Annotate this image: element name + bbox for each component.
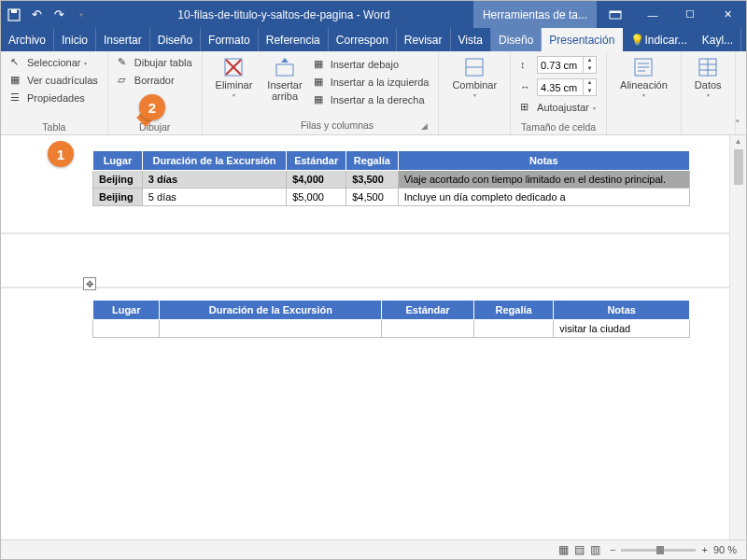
- cell[interactable]: 3 días: [142, 171, 286, 189]
- tab-formato[interactable]: Formato: [201, 28, 259, 51]
- print-layout-icon[interactable]: ▤: [574, 543, 585, 556]
- cell[interactable]: Incluye un día completo dedicado a: [398, 189, 689, 206]
- ribbon-options-icon[interactable]: [597, 1, 634, 28]
- tab-presentacion[interactable]: Presentación: [542, 28, 623, 51]
- close-icon[interactable]: ✕: [709, 1, 746, 28]
- cell[interactable]: [382, 320, 474, 338]
- cell[interactable]: $5,000: [287, 189, 346, 206]
- tell-me[interactable]: 💡 Indicar...: [623, 28, 694, 51]
- group-filas-label: Filas y columnas: [244, 119, 430, 133]
- scroll-thumb[interactable]: [734, 149, 743, 185]
- insertar-izquierda-button[interactable]: ▦Insertar a la izquierda: [312, 75, 431, 90]
- document-title: 10-filas-de-titulo-y-saltos-de-pagina - …: [94, 8, 473, 21]
- save-icon[interactable]: [7, 7, 21, 22]
- cell[interactable]: Beijing: [93, 189, 143, 206]
- zoom-slider[interactable]: [621, 549, 696, 552]
- down-icon[interactable]: ▼: [584, 65, 596, 74]
- combinar-button[interactable]: Combinar▾: [446, 55, 502, 101]
- cell[interactable]: 5 días: [142, 189, 286, 206]
- col-notas[interactable]: Notas: [554, 301, 690, 320]
- insertar-debajo-button[interactable]: ▦Insertar debajo: [312, 57, 431, 72]
- autoajustar-label: Autoajustar: [537, 102, 589, 113]
- tab-diseno-tabla[interactable]: Diseño: [491, 28, 542, 51]
- tab-referencia[interactable]: Referencia: [259, 28, 329, 51]
- alineacion-button[interactable]: Alineación▾: [614, 55, 673, 101]
- pencil-icon: ✎: [118, 56, 131, 69]
- col-notas[interactable]: Notas: [398, 151, 689, 171]
- table-row[interactable]: Beijing 3 días $4,000 $3,500 Viaje acort…: [93, 171, 690, 189]
- cell[interactable]: $3,500: [346, 171, 398, 189]
- up-icon[interactable]: ▲: [584, 57, 596, 65]
- redo-icon[interactable]: ↷: [51, 7, 66, 22]
- ancho-columna-input[interactable]: [538, 82, 583, 93]
- tab-vista[interactable]: Vista: [451, 28, 491, 51]
- table-move-handle-icon[interactable]: ✥: [83, 277, 96, 290]
- col-lugar[interactable]: Lugar: [93, 301, 160, 320]
- tab-archivo[interactable]: Archivo: [1, 28, 54, 51]
- propiedades-label: Propiedades: [27, 92, 85, 104]
- tab-diseno[interactable]: Diseño: [150, 28, 201, 51]
- undo-icon[interactable]: ↶: [29, 7, 44, 22]
- propiedades-button[interactable]: ☰Propiedades: [8, 91, 100, 105]
- insertar-derecha-label: Insertar a la derecha: [331, 94, 425, 105]
- table-row[interactable]: visitar la ciudad: [93, 320, 690, 338]
- dibujar-tabla-button[interactable]: ✎Dibujar tabla: [116, 55, 194, 70]
- callout-2: 2: [139, 94, 165, 120]
- cell[interactable]: [473, 320, 554, 338]
- cell[interactable]: Viaje acortado con tiempo limitado en el…: [398, 171, 689, 189]
- ver-cuadriculas-button[interactable]: ▦Ver cuadrículas: [8, 73, 100, 88]
- datos-button[interactable]: Datos▾: [689, 55, 727, 101]
- minimize-icon[interactable]: —: [634, 1, 671, 28]
- autoajustar-button[interactable]: ⊞Autoajustar ▾: [518, 100, 599, 115]
- insertar-arriba-button[interactable]: Insertar arriba: [261, 55, 307, 104]
- data-table-page2[interactable]: Lugar Duración de la Excursión Estándar …: [92, 300, 690, 338]
- user-account[interactable]: Kayl...: [695, 28, 741, 51]
- col-estandar[interactable]: Estándar: [382, 301, 474, 320]
- tab-insertar[interactable]: Insertar: [96, 28, 150, 51]
- alto-fila-input[interactable]: [538, 60, 583, 71]
- zoom-in-icon[interactable]: +: [701, 544, 707, 555]
- page[interactable]: ✥ Lugar Duración de la Excursión Estánda…: [1, 135, 729, 539]
- ancho-columna[interactable]: ↔▲▼: [518, 77, 599, 97]
- col-lugar[interactable]: Lugar: [93, 151, 143, 171]
- group-filas-columnas: Eliminar▾ Insertar arriba ▦Insertar deba…: [203, 51, 440, 134]
- cell[interactable]: visitar la ciudad: [554, 320, 690, 338]
- col-regalia[interactable]: Regalía: [473, 301, 554, 320]
- up-icon[interactable]: ▲: [584, 79, 596, 88]
- vertical-scrollbar[interactable]: ▲: [729, 135, 746, 539]
- zoom-value[interactable]: 90 %: [713, 544, 737, 555]
- cell[interactable]: $4,500: [346, 189, 398, 206]
- alto-fila[interactable]: ↕▲▼: [518, 55, 599, 75]
- dialog-launcher-icon[interactable]: ◢: [421, 121, 428, 131]
- col-estandar[interactable]: Estándar: [287, 151, 346, 171]
- insertar-derecha-button[interactable]: ▦Insertar a la derecha: [312, 92, 431, 107]
- col-duracion[interactable]: Duración de la Excursión: [142, 151, 286, 171]
- cell[interactable]: [160, 320, 382, 338]
- seleccionar-button[interactable]: ↖Seleccionar ▾: [8, 55, 100, 70]
- maximize-icon[interactable]: ☐: [671, 1, 709, 28]
- tab-correspondencia[interactable]: Correspon: [329, 28, 397, 51]
- cell[interactable]: $4,000: [287, 171, 346, 189]
- qat-dropdown-icon[interactable]: ▼: [74, 7, 89, 22]
- tab-revisar[interactable]: Revisar: [397, 28, 451, 51]
- web-layout-icon[interactable]: ▥: [590, 543, 600, 556]
- col-regalia[interactable]: Regalía: [346, 151, 398, 171]
- ribbon-tabs: Archivo Inicio Insertar Diseño Formato R…: [1, 28, 746, 51]
- tab-inicio[interactable]: Inicio: [54, 28, 96, 51]
- group-tabla: ↖Seleccionar ▾ ▦Ver cuadrículas ☰Propied…: [1, 51, 108, 134]
- table-row[interactable]: Beijing 5 días $5,000 $4,500 Incluye un …: [93, 189, 690, 206]
- eliminar-button[interactable]: Eliminar▾: [210, 55, 259, 101]
- read-mode-icon[interactable]: ▦: [558, 543, 569, 556]
- group-tabla-label: Tabla: [8, 121, 100, 134]
- borrador-button[interactable]: ▱Borrador: [116, 73, 194, 88]
- zoom-out-icon[interactable]: −: [610, 544, 615, 555]
- scroll-up-icon[interactable]: ▲: [735, 137, 742, 146]
- collapse-ribbon-icon[interactable]: ˄: [735, 119, 740, 131]
- group-dibujar-label: Dibujar: [116, 121, 194, 134]
- data-table[interactable]: Lugar Duración de la Excursión Estándar …: [92, 150, 690, 206]
- down-icon[interactable]: ▼: [584, 88, 596, 96]
- share-button[interactable]: 👤 Compartir: [741, 28, 747, 51]
- cell[interactable]: Beijing: [93, 171, 143, 189]
- cell[interactable]: [93, 320, 160, 338]
- col-duracion[interactable]: Duración de la Excursión: [160, 301, 382, 320]
